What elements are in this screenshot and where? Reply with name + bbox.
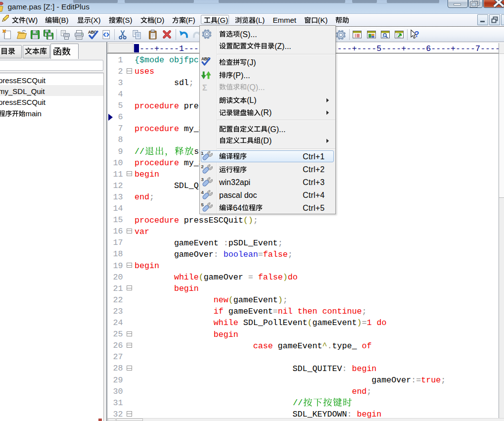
svg-text:3: 3 — [201, 177, 204, 182]
svg-text:4: 4 — [201, 189, 204, 195]
svg-text:1: 1 — [201, 150, 204, 156]
svg-text:2: 2 — [201, 164, 204, 169]
svg-text:?: ? — [414, 30, 419, 39]
svg-text:5: 5 — [201, 202, 204, 207]
